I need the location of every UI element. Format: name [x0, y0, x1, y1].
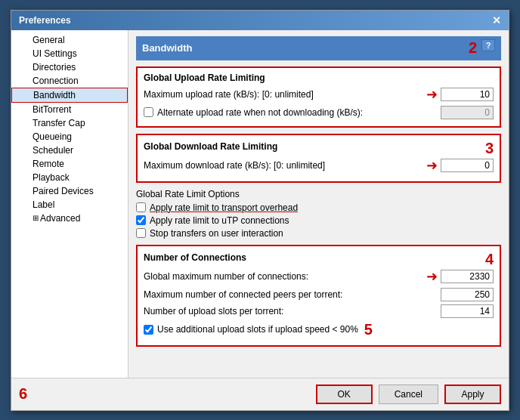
sidebar-item-label[interactable]: Label [11, 198, 128, 212]
max-download-input[interactable] [441, 159, 494, 172]
dialog-title: Preferences [19, 15, 71, 26]
sidebar-item-paired-devices[interactable]: Paired Devices [11, 184, 128, 198]
apply-transport-checkbox[interactable] [136, 202, 146, 212]
connections-title: Number of Connections [144, 252, 246, 263]
preferences-dialog: Preferences ✕ General UI Settings Direct… [11, 10, 509, 411]
section-title: Bandwidth [142, 42, 192, 54]
arrow-upload: ➜ [426, 86, 438, 103]
download-title: Global Download Rate Limiting [144, 141, 277, 152]
section-header: Bandwidth 2 ? [136, 36, 501, 60]
apply-transport-label: Apply rate limit to transport overhead [150, 202, 298, 213]
global-max-label: Global maximum number of connections: [144, 271, 423, 282]
upload-slots-label: Number of upload slots per torrent: [144, 306, 441, 317]
annotation-4: 4 [485, 251, 494, 268]
annotation-2: 2 [469, 39, 477, 57]
main-content: Bandwidth 2 ? Global Upload Rate Limitin… [128, 30, 509, 378]
arrow-connections: ➜ [426, 268, 438, 285]
sidebar-item-advanced[interactable]: ⊞ Advanced [11, 212, 128, 225]
max-download-row: Maximum download rate (kB/s): [0: unlimi… [144, 157, 494, 174]
download-group: Global Download Rate Limiting 3 Maximum … [136, 134, 501, 183]
apply-utp-row: Apply rate limit to uTP connections [136, 215, 501, 226]
dialog-footer: 6 OK Cancel Apply [11, 378, 509, 410]
global-max-row: Global maximum number of connections: ➜ [144, 268, 494, 285]
stop-transfers-row: Stop transfers on user interaction [136, 228, 501, 239]
sidebar-item-bandwidth[interactable]: Bandwidth [11, 88, 128, 103]
connections-group: Number of Connections 4 Global maximum n… [136, 245, 501, 347]
ok-button[interactable]: OK [316, 384, 373, 404]
expand-icon: ⊞ [32, 214, 39, 222]
apply-transport-row: Apply rate limit to transport overhead [136, 202, 501, 213]
alternate-upload-input[interactable] [441, 106, 494, 119]
annotation-5: 5 [364, 321, 373, 338]
alternate-upload-row: Alternate upload rate when not downloadi… [144, 106, 494, 119]
apply-button[interactable]: Apply [444, 384, 501, 404]
dialog-body: General UI Settings Directories Connecti… [11, 30, 509, 378]
max-upload-row: Maximum upload rate (kB/s): [0: unlimite… [144, 86, 494, 103]
sidebar-item-bittorrent[interactable]: BitTorrent [11, 103, 128, 116]
alternate-upload-checkbox[interactable] [144, 107, 153, 117]
arrow-download: ➜ [426, 157, 438, 174]
sidebar-item-queueing[interactable]: Queueing [11, 130, 128, 144]
max-peers-input[interactable] [441, 288, 494, 301]
stop-transfers-label: Stop transfers on user interaction [150, 228, 283, 239]
sidebar-item-directories[interactable]: Directories [11, 60, 128, 74]
apply-utp-label: Apply rate limit to uTP connections [150, 215, 289, 226]
sidebar-item-connection[interactable]: Connection [11, 74, 128, 88]
sidebar-item-transfer-cap[interactable]: Transfer Cap [11, 116, 128, 130]
max-upload-input[interactable] [441, 88, 494, 101]
upload-title: Global Upload Rate Limiting [144, 73, 494, 83]
title-bar: Preferences ✕ [11, 11, 509, 30]
global-max-input[interactable] [441, 270, 494, 283]
annotation-6: 6 [19, 385, 27, 403]
max-upload-label: Maximum upload rate (kB/s): [0: unlimite… [144, 89, 423, 100]
upload-slots-input[interactable] [441, 304, 494, 318]
additional-slots-checkbox[interactable] [144, 325, 153, 335]
additional-slots-row: Use additional upload slots if upload sp… [144, 321, 494, 338]
stop-transfers-checkbox[interactable] [136, 228, 146, 238]
sidebar-item-ui-settings[interactable]: UI Settings [11, 47, 128, 60]
rate-limit-title: Global Rate Limit Options [136, 189, 501, 199]
max-peers-label: Maximum number of connected peers per to… [144, 289, 441, 300]
upload-slots-row: Number of upload slots per torrent: [144, 304, 494, 318]
sidebar-item-general[interactable]: General [11, 33, 128, 47]
sidebar-item-playback[interactable]: Playback [11, 171, 128, 184]
close-button[interactable]: ✕ [492, 15, 501, 26]
help-icon[interactable]: ? [481, 39, 495, 51]
annotation-3: 3 [485, 140, 494, 157]
rate-limit-options: Global Rate Limit Options Apply rate lim… [136, 189, 501, 239]
alternate-upload-label: Alternate upload rate when not downloadi… [157, 107, 441, 118]
max-download-label: Maximum download rate (kB/s): [0: unlimi… [144, 160, 423, 171]
upload-group: Global Upload Rate Limiting Maximum uplo… [136, 66, 501, 128]
additional-slots-label: Use additional upload slots if upload sp… [157, 324, 358, 335]
cancel-button[interactable]: Cancel [379, 384, 438, 404]
apply-utp-checkbox[interactable] [136, 215, 146, 225]
max-peers-row: Maximum number of connected peers per to… [144, 288, 494, 301]
sidebar-item-remote[interactable]: Remote [11, 157, 128, 171]
sidebar: General UI Settings Directories Connecti… [11, 30, 128, 378]
sidebar-item-scheduler[interactable]: Scheduler [11, 144, 128, 157]
